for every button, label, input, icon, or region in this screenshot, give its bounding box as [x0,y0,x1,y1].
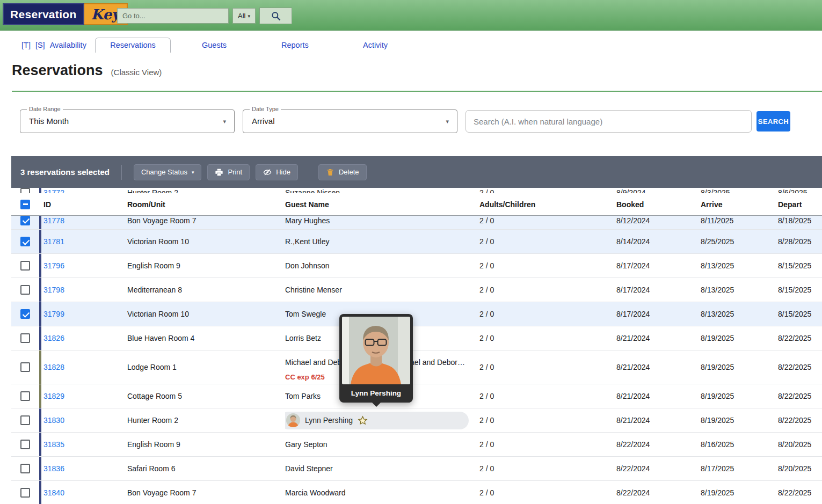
guest-name: Lorris Betz [285,334,321,342]
booked-cell: 8/21/2024 [616,384,701,408]
depart-cell: 8/22/2025 [778,326,822,350]
search-button[interactable]: SEARCH [756,111,790,132]
table-row[interactable]: 31781 Victorian Room 10 R.,Kent Utley [11,230,822,254]
reservation-id-link[interactable]: 31826 [43,334,64,342]
nav-t-link[interactable]: [T] [21,41,31,49]
row-checkbox[interactable] [20,333,30,343]
adults-cell: 2 / 0 [479,278,616,302]
table-row[interactable]: 31772 Hunter Room 2 Suzanne Nissen [11,188,822,193]
reservation-search-input[interactable] [465,110,752,133]
table-row[interactable]: 31778 Bon Voyage Room 7 Mary Hughes [11,216,822,230]
row-checkbox[interactable] [20,188,30,193]
table-row[interactable]: 31830 Hunter Room 2 Lynn Pershing [11,408,822,433]
row-checkbox[interactable] [20,362,30,372]
tab-reservations[interactable]: Reservations [95,38,171,53]
table-row[interactable]: 31796 English Room 9 Don Johnson [11,254,822,278]
table-row[interactable]: 31835 English Room 9 Gary Septon [11,433,822,457]
room-cell: English Room 9 [127,254,285,277]
guest-cell-wrap: David Stepner [285,460,333,478]
table-row[interactable]: 31836 Safari Room 6 David Stepner [11,457,822,481]
reservation-id-link[interactable]: 31799 [43,310,64,318]
reservation-id-link[interactable]: 31772 [43,188,64,194]
print-button[interactable]: Print [207,164,250,180]
guest-cell[interactable]: Mary Hughes [285,216,479,230]
goto-search-input[interactable] [117,8,229,24]
depart-cell: 8/15/2025 [778,302,822,326]
reservation-id-link[interactable]: 31840 [43,488,64,497]
row-checkbox[interactable] [20,464,30,473]
guest-cell[interactable]: Suzanne Nissen [285,188,479,193]
reservation-id-link[interactable]: 31778 [43,216,64,225]
tab-availability[interactable]: Availability [50,41,86,49]
row-checkbox[interactable] [20,261,30,271]
row-checkbox[interactable] [20,415,30,425]
arrive-cell: 8/25/2025 [701,230,778,253]
guest-note: CC exp 6/25 [285,373,325,381]
guest-cell[interactable]: David Stepner [285,457,479,480]
row-checkbox[interactable] [20,216,30,225]
tab-activity[interactable]: Activity [363,38,388,53]
adults-cell: 2 / 0 [479,188,616,193]
row-checkbox[interactable] [20,440,30,449]
date-range-select[interactable]: Date Range This Month ▾ [20,109,235,133]
topbar-search-button[interactable] [259,8,292,24]
search-scope-value: All [238,12,245,20]
depart-cell: 8/20/2025 [778,433,822,456]
reservation-id-link[interactable]: 31830 [43,416,64,425]
table-row[interactable]: 31799 Victorian Room 10 Tom Swegle [11,302,822,326]
tab-reports[interactable]: Reports [281,38,309,53]
room-cell: Bon Voyage Room 7 [127,216,285,230]
reservation-id-link[interactable]: 31796 [43,261,64,270]
reservation-id-link[interactable]: 31835 [43,440,64,449]
guest-cell[interactable]: Gary Septon [285,433,479,456]
nav-s-link[interactable]: [S] [35,41,45,49]
table-row[interactable]: 31826 Blue Haven Room 4 Lorris Betz [11,326,822,350]
guest-name: Lynn Pershing [305,416,353,425]
delete-label: Delete [339,168,359,176]
tab-guests[interactable]: Guests [202,38,227,53]
guest-cell[interactable]: Marcia Woodward [285,481,479,504]
guest-cell-wrap: Marcia Woodward [285,484,346,502]
table-row[interactable]: 31829 Cottage Room 5 Tom Parks [11,384,822,408]
booked-cell: 8/17/2024 [616,278,701,302]
arrive-cell: 8/13/2025 [701,254,778,277]
depart-cell: 8/6/2025 [778,188,822,193]
table-row[interactable]: 31840 Bon Voyage Room 7 Marcia Woodward [11,481,822,504]
popup-guest-name: Lynn Pershing [342,384,410,399]
selected-count-text: 3 reservations selected [20,167,110,177]
date-type-select[interactable]: Date Type Arrival ▾ [243,109,457,133]
table-row[interactable]: 31798 Mediterranean 8 Christine Menser [11,278,822,302]
search-scope-dropdown[interactable]: All ▾ [232,8,256,24]
guest-cell[interactable]: Lynn Pershing [285,408,479,432]
room-cell: Hunter Room 2 [127,188,285,193]
guest-name: Gary Septon [285,440,328,449]
row-checkbox[interactable] [20,488,30,498]
hide-button[interactable]: Hide [256,164,298,180]
row-checkbox[interactable] [20,391,30,401]
app-logo: Reservation Key [3,3,128,25]
date-type-label: Date Type [250,106,281,112]
booked-cell: 8/22/2024 [616,457,701,480]
reservation-id-link[interactable]: 31798 [43,286,64,294]
reservation-id-link[interactable]: 31836 [43,464,64,473]
booked-cell: 8/21/2024 [616,408,701,432]
row-checkbox[interactable] [20,309,30,319]
reservation-id-link[interactable]: 31828 [43,363,64,371]
guest-cell[interactable]: Christine Menser [285,278,479,302]
star-icon[interactable] [358,415,368,426]
delete-button[interactable]: Delete [318,164,367,180]
row-checkbox[interactable] [20,285,30,295]
adults-cell: 2 / 0 [479,254,616,277]
change-status-label: Change Status [141,168,187,176]
guest-photo-popup: Lynn Pershing [339,314,413,403]
room-cell: Safari Room 6 [127,457,285,480]
change-status-button[interactable]: Change Status ▾ [134,164,202,180]
table-row[interactable]: 31828 Lodge Room 1 Michael and Debael an… [11,350,822,384]
select-all-checkbox[interactable] [20,200,30,209]
row-checkbox[interactable] [20,237,30,246]
guest-cell[interactable]: Don Johnson [285,254,479,277]
reservation-id-link[interactable]: 31829 [43,392,64,400]
guest-cell[interactable]: R.,Kent Utley [285,230,479,253]
search-icon [271,11,281,21]
reservation-id-link[interactable]: 31781 [43,237,64,246]
